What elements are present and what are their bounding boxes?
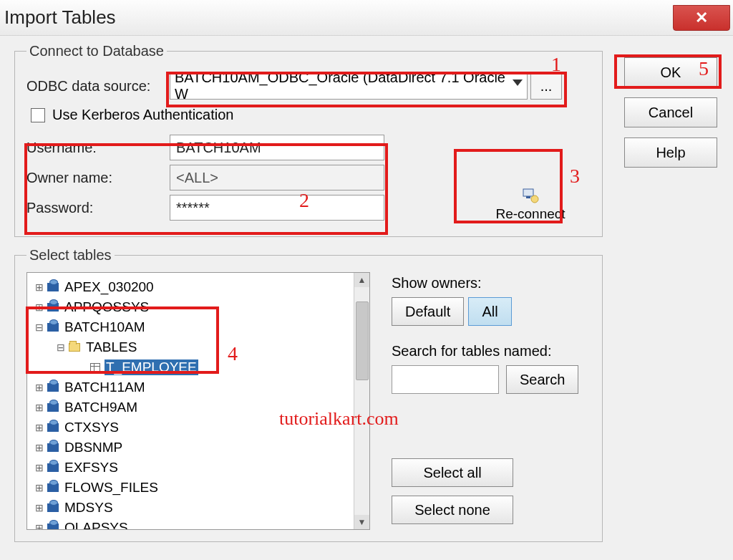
select-legend: Select tables	[26, 247, 115, 264]
odbc-label: ODBC data source:	[26, 78, 170, 95]
tree-expander-icon[interactable]: ⊞	[34, 522, 44, 530]
tree-schema-node[interactable]: ⊞DBSNMP	[30, 438, 366, 458]
help-button[interactable]: Help	[624, 137, 717, 168]
tree-expander-icon[interactable]: ⊟	[56, 342, 66, 353]
tree-expander-icon[interactable]: ⊟	[34, 322, 44, 333]
tree-expander-icon[interactable]: ⊞	[34, 382, 44, 393]
scroll-thumb[interactable]	[356, 301, 369, 380]
dialog-buttons: OK Cancel Help	[624, 57, 717, 168]
schema-icon	[47, 383, 59, 392]
titlebar: Import Tables ✕	[0, 0, 733, 36]
svg-rect-0	[523, 189, 533, 196]
tree-folder-node[interactable]: ⊟TABLES	[30, 337, 366, 357]
tree-node-label: FLOWS_FILES	[63, 480, 160, 496]
tree-node-label: DBSNMP	[63, 440, 124, 455]
folder-icon	[69, 343, 80, 352]
svg-rect-1	[526, 196, 530, 198]
tree-schema-node[interactable]: ⊞APPQOSSYS	[30, 297, 366, 317]
owner-label: Owner name:	[26, 170, 170, 186]
password-label: Password:	[26, 200, 170, 216]
table-icon	[90, 363, 100, 372]
ok-button[interactable]: OK	[624, 57, 717, 87]
chevron-down-icon	[513, 79, 523, 86]
schema-icon	[47, 503, 59, 512]
tree-node-label: BATCH10AM	[63, 319, 147, 335]
owner-value: <ALL>	[176, 170, 218, 186]
username-value: BATCH10AM	[176, 140, 261, 156]
tree-expander-icon[interactable]: ⊞	[34, 402, 44, 413]
schema-icon	[47, 423, 59, 432]
connect-legend: Connect to Database	[26, 43, 167, 59]
tree-node-label: EXFSYS	[63, 460, 120, 475]
tree-schema-node[interactable]: ⊞MDSYS	[30, 498, 366, 518]
tree-node-label: APPQOSSYS	[63, 299, 150, 315]
tree-node-label: TABLES	[84, 339, 138, 355]
search-tables-label: Search for tables named:	[392, 343, 578, 359]
show-owners-all-button[interactable]: All	[468, 297, 511, 326]
close-icon: ✕	[695, 9, 708, 27]
username-label: Username:	[26, 140, 170, 156]
tree-schema-node[interactable]: ⊞BATCH11AM	[30, 377, 366, 397]
select-tables-right-column: Show owners: Default All Search for tabl…	[392, 272, 578, 530]
import-tables-window: Import Tables ✕ Connect to Database ODBC…	[0, 0, 733, 560]
tree-expander-icon[interactable]: ⊞	[34, 462, 44, 473]
dialog-content: Connect to Database ODBC data source: BA…	[14, 43, 719, 556]
tree-schema-node[interactable]: ⊞CTXSYS	[30, 417, 366, 438]
schema-icon	[47, 283, 59, 291]
select-tables-group: Select tables ⊞APEX_030200⊞APPQOSSYS⊟BAT…	[14, 247, 603, 542]
tree-schema-node[interactable]: ⊞OLAPSYS	[30, 518, 366, 530]
tree-schema-node[interactable]: ⊟BATCH10AM	[30, 317, 366, 337]
kerberos-checkbox-row[interactable]: Use Kerberos Authentication	[31, 107, 591, 123]
schema-icon	[47, 403, 59, 412]
search-tables-input[interactable]	[392, 365, 499, 394]
scroll-up-icon[interactable]: ▲	[354, 273, 369, 287]
schema-icon	[47, 323, 59, 332]
tree-expander-icon[interactable]: ⊞	[34, 482, 44, 493]
tree-node-label: APEX_030200	[63, 279, 155, 295]
owner-name-field[interactable]: <ALL>	[170, 165, 384, 190]
tree-expander-icon[interactable]: ⊞	[34, 502, 44, 513]
password-value: ******	[176, 200, 210, 216]
select-none-button[interactable]: Select none	[392, 496, 513, 524]
tree-scrollbar[interactable]: ▲ ▼	[354, 273, 369, 529]
reconnect-button[interactable]: Re-connect	[480, 181, 581, 224]
schema-icon	[47, 443, 59, 452]
cancel-button[interactable]: Cancel	[624, 97, 717, 127]
tree-expander-icon[interactable]: ⊞	[34, 301, 44, 313]
tree-node-label: BATCH9AM	[63, 400, 139, 415]
tree-node-label: CTXSYS	[63, 420, 120, 435]
tree-table-node[interactable]: T_EMPLOYEE	[30, 357, 366, 377]
username-field[interactable]: BATCH10AM	[170, 135, 384, 160]
tree-schema-node[interactable]: ⊞EXFSYS	[30, 458, 366, 478]
show-owners-default-button[interactable]: Default	[392, 297, 464, 326]
schema-icon	[47, 523, 59, 530]
scroll-down-icon[interactable]: ▼	[354, 515, 369, 529]
window-title: Import Tables	[4, 6, 116, 29]
window-close-button[interactable]: ✕	[673, 5, 730, 31]
tree-expander-icon[interactable]: ⊞	[34, 442, 44, 453]
search-button[interactable]: Search	[506, 365, 578, 394]
odbc-browse-button[interactable]: ...	[530, 72, 562, 100]
tree-expander-icon[interactable]: ⊞	[34, 281, 44, 293]
tree-node-label: BATCH11AM	[63, 380, 147, 395]
ellipsis-icon: ...	[540, 78, 553, 95]
tree-node-label: OLAPSYS	[63, 520, 130, 530]
odbc-data-source-combo[interactable]: BATCH10AM_ODBC_Oracle (DataDirect 7.1 Or…	[170, 72, 528, 100]
schema-icon	[47, 463, 59, 472]
kerberos-label: Use Kerberos Authentication	[52, 107, 234, 123]
tree-schema-node[interactable]: ⊞FLOWS_FILES	[30, 478, 366, 498]
reconnect-icon	[522, 188, 539, 203]
tree-node-label: MDSYS	[63, 500, 115, 516]
tree-node-label: T_EMPLOYEE	[105, 359, 198, 375]
connect-to-database-group: Connect to Database ODBC data source: BA…	[14, 43, 603, 237]
tree-schema-node[interactable]: ⊞APEX_030200	[30, 277, 366, 297]
tables-tree[interactable]: ⊞APEX_030200⊞APPQOSSYS⊟BATCH10AM⊟TABLEST…	[26, 272, 370, 530]
tree-expander-icon[interactable]: ⊞	[34, 422, 44, 433]
select-all-button[interactable]: Select all	[392, 458, 513, 487]
tree-schema-node[interactable]: ⊞BATCH9AM	[30, 397, 366, 417]
kerberos-checkbox[interactable]	[31, 108, 45, 122]
reconnect-label: Re-connect	[495, 206, 565, 221]
odbc-data-source-value: BATCH10AM_ODBC_Oracle (DataDirect 7.1 Or…	[175, 69, 523, 102]
show-owners-label: Show owners:	[392, 275, 578, 291]
password-field[interactable]: ******	[170, 195, 384, 221]
